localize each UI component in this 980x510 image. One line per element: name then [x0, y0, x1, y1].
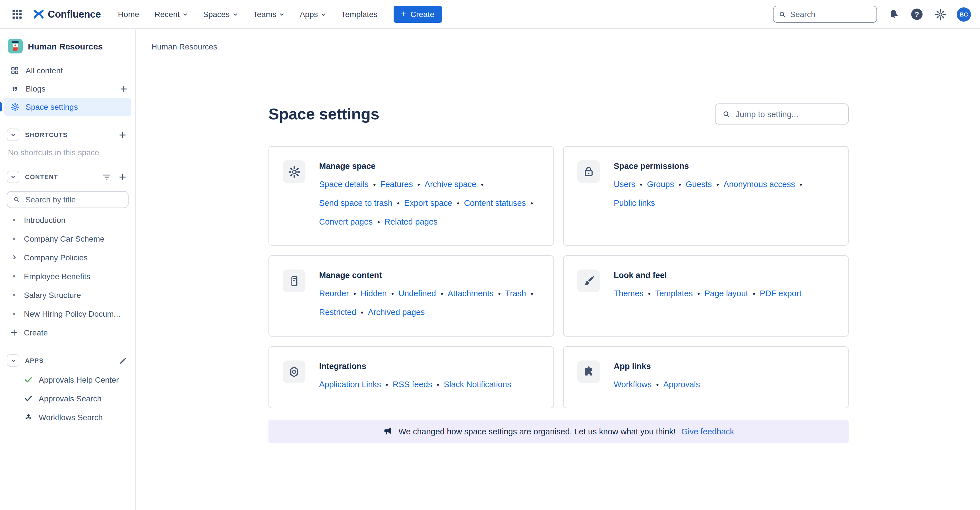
collapse-shortcuts-icon[interactable]	[7, 129, 19, 141]
create-button[interactable]: + Create	[393, 6, 442, 23]
settings-link[interactable]: Related pages	[385, 217, 438, 226]
settings-link[interactable]: Guests	[686, 180, 712, 189]
main-menu: HomeRecentSpacesTeamsAppsTemplates	[118, 10, 378, 19]
gear-icon	[9, 102, 21, 112]
settings-link[interactable]: Slack Notifications	[444, 380, 511, 389]
settings-link[interactable]: PDF export	[760, 289, 802, 298]
megaphone-icon	[383, 426, 393, 436]
settings-link[interactable]: Content statuses	[464, 199, 526, 208]
feedback-banner: We changed how space settings are organi…	[269, 419, 849, 443]
settings-link[interactable]: Themes	[614, 289, 644, 298]
settings-card: App linksWorkflows•Approvals	[563, 346, 849, 408]
nav-item-home[interactable]: Home	[118, 10, 139, 19]
search-icon	[722, 110, 730, 119]
help-icon[interactable]: ?	[910, 7, 924, 21]
dot-separator: •	[481, 180, 484, 189]
card-title: Space permissions	[614, 160, 807, 172]
page-tree-item[interactable]: Salary Structure	[0, 285, 135, 304]
nav-item-teams[interactable]: Teams	[253, 10, 284, 19]
settings-link[interactable]: Archive space	[425, 180, 476, 189]
filter-icon[interactable]	[102, 172, 111, 182]
chevron-right-icon[interactable]	[9, 254, 19, 261]
dot-separator: •	[697, 289, 700, 298]
dot-separator: •	[441, 289, 443, 298]
settings-link[interactable]: Send space to trash	[319, 199, 393, 208]
search-input[interactable]	[790, 10, 871, 19]
settings-link[interactable]: Export space	[404, 199, 452, 208]
page-tree-item[interactable]: Company Policies	[0, 248, 135, 267]
app-item[interactable]: Workflows Search	[0, 408, 135, 426]
settings-link[interactable]: Approvals	[663, 380, 700, 389]
settings-link[interactable]: Archived pages	[368, 308, 425, 317]
edit-apps-pencil-icon[interactable]	[119, 356, 127, 365]
settings-cards: Manage spaceSpace details•Features•Archi…	[269, 146, 849, 408]
page-tree-item[interactable]: Introduction	[0, 210, 135, 229]
settings-link[interactable]: Restricted	[319, 308, 356, 317]
sidebar-item-space-settings[interactable]: Space settings	[4, 98, 131, 116]
panel-icon	[283, 270, 305, 292]
add-blog-icon[interactable]	[119, 84, 129, 94]
bullet-icon	[9, 294, 19, 296]
settings-link[interactable]: Groups	[647, 180, 674, 189]
create-page-item[interactable]: Create	[0, 323, 135, 342]
bullet-icon	[9, 219, 19, 221]
settings-link[interactable]: Convert pages	[319, 217, 373, 226]
settings-link[interactable]: Reorder	[319, 289, 349, 298]
dot-separator: •	[386, 380, 388, 389]
settings-link[interactable]: Anonymous access	[724, 180, 795, 189]
settings-link[interactable]: Undefined	[398, 289, 436, 298]
settings-link[interactable]: Users	[614, 180, 635, 189]
dot-separator: •	[531, 289, 533, 298]
dot-separator: •	[353, 289, 356, 298]
breadcrumb[interactable]: Human Resources	[151, 42, 217, 51]
integration-icon	[283, 361, 305, 383]
settings-link[interactable]: Public links	[614, 199, 655, 208]
app-switcher-icon[interactable]	[9, 6, 25, 22]
page-tree-search[interactable]	[7, 191, 129, 208]
settings-link[interactable]: Space details	[319, 180, 369, 189]
bullet-icon	[9, 312, 19, 315]
jump-to-setting-input[interactable]	[735, 110, 841, 119]
nav-item-templates[interactable]: Templates	[341, 10, 378, 19]
sidebar-item-all-content[interactable]: All content	[0, 61, 135, 79]
search-by-title-input[interactable]	[25, 195, 122, 204]
user-avatar[interactable]: BC	[957, 7, 971, 21]
space-header[interactable]: Human Resources	[0, 35, 135, 61]
settings-link[interactable]: Attachments	[448, 289, 493, 298]
settings-card: Look and feelThemes•Templates•Page layou…	[563, 255, 849, 337]
settings-link[interactable]: Trash	[505, 289, 526, 298]
page-tree-item[interactable]: Employee Benefits	[0, 267, 135, 285]
page-tree-item[interactable]: New Hiring Policy Docum...	[0, 304, 135, 323]
dot-separator: •	[716, 180, 719, 189]
settings-link[interactable]: Templates	[655, 289, 693, 298]
settings-gear-icon[interactable]	[933, 7, 947, 21]
collapse-content-icon[interactable]	[7, 170, 19, 183]
jump-to-setting-search[interactable]	[715, 103, 849, 124]
gear-icon	[283, 160, 305, 183]
app-item[interactable]: Approvals Help Center	[0, 370, 135, 389]
settings-link[interactable]: RSS feeds	[393, 380, 432, 389]
app-item[interactable]: Approvals Search	[0, 389, 135, 408]
confluence-logo[interactable]: Confluence	[33, 8, 101, 20]
notifications-bell-icon[interactable]	[887, 7, 900, 21]
page-tree-item[interactable]: Company Car Scheme	[0, 229, 135, 248]
add-shortcut-icon[interactable]	[118, 130, 127, 140]
collapse-apps-icon[interactable]	[7, 354, 19, 367]
dot-separator: •	[417, 180, 420, 189]
sidebar-item-blogs[interactable]: ” Blogs	[0, 79, 135, 98]
add-content-icon[interactable]	[118, 172, 127, 182]
nav-item-recent[interactable]: Recent	[154, 10, 188, 19]
settings-link[interactable]: Features	[380, 180, 413, 189]
settings-link[interactable]: Workflows	[614, 380, 652, 389]
settings-link[interactable]: Hidden	[361, 289, 387, 298]
check-green-icon	[24, 375, 33, 384]
nav-item-apps[interactable]: Apps	[300, 10, 326, 19]
nav-item-spaces[interactable]: Spaces	[203, 10, 237, 19]
selected-indicator	[0, 102, 2, 111]
give-feedback-link[interactable]: Give feedback	[681, 427, 734, 436]
grid-icon	[13, 10, 22, 19]
global-search[interactable]	[773, 6, 877, 23]
dot-separator: •	[498, 289, 501, 298]
settings-link[interactable]: Application Links	[319, 380, 381, 389]
settings-link[interactable]: Page layout	[705, 289, 748, 298]
